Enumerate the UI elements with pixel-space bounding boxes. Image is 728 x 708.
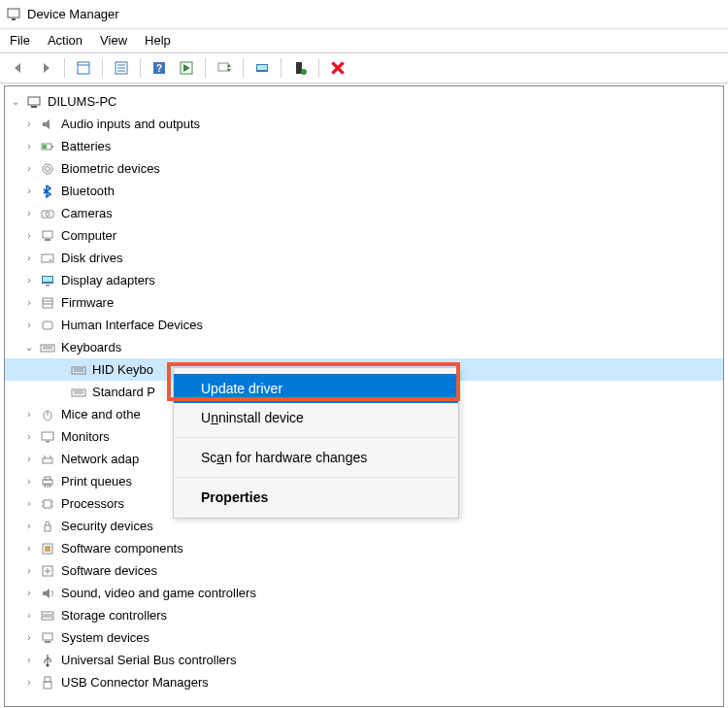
tree-category[interactable]: ›Universal Serial Bus controllers: [5, 649, 723, 671]
category-icon: [40, 295, 55, 311]
expand-icon[interactable]: ›: [22, 118, 36, 129]
expand-icon[interactable]: ›: [22, 677, 36, 688]
menu-view[interactable]: View: [100, 33, 127, 48]
help-button[interactable]: ?: [147, 55, 172, 81]
expand-icon[interactable]: ›: [22, 655, 36, 665]
tree-category[interactable]: ›Storage controllers: [5, 604, 723, 626]
category-label: Network adap: [59, 452, 141, 466]
properties-button[interactable]: [109, 55, 134, 81]
tree-category[interactable]: ›System devices: [5, 626, 723, 649]
tree-category[interactable]: ›Batteries: [5, 135, 723, 157]
forward-button[interactable]: [33, 55, 58, 81]
ctx-properties[interactable]: Properties: [174, 483, 458, 512]
expand-icon[interactable]: ›: [22, 253, 36, 263]
svg-text:?: ?: [156, 63, 162, 74]
tree-category[interactable]: ›Sound, video and game controllers: [5, 582, 723, 604]
tree-category[interactable]: ›Disk drives: [5, 247, 723, 269]
svg-rect-27: [42, 254, 53, 262]
back-button[interactable]: [6, 55, 31, 81]
context-menu: Update driver Unninstall device Scan for…: [173, 367, 459, 519]
app-icon: [6, 7, 21, 22]
category-icon: [40, 318, 55, 333]
category-icon: [40, 251, 55, 266]
expand-icon[interactable]: ›: [22, 141, 36, 152]
svg-rect-25: [43, 231, 52, 238]
expand-icon[interactable]: ›: [22, 275, 36, 286]
action-button[interactable]: [174, 55, 199, 81]
toolbar-sep: [243, 58, 244, 78]
category-label: Bluetooth: [59, 184, 116, 198]
expand-icon[interactable]: ›: [22, 320, 36, 330]
tree-category[interactable]: ›USB Connector Managers: [5, 671, 723, 693]
root-label: DILUMS-PC: [46, 94, 119, 109]
tree-category[interactable]: ›Software devices: [5, 559, 723, 582]
menu-help[interactable]: Help: [145, 33, 171, 48]
category-icon: [40, 184, 55, 199]
svg-rect-26: [45, 239, 50, 241]
category-label: Security devices: [59, 519, 155, 533]
category-label: Universal Serial Bus controllers: [59, 653, 239, 667]
expand-icon[interactable]: ›: [22, 521, 36, 531]
tree-category[interactable]: ›Cameras: [5, 202, 723, 224]
expand-icon[interactable]: ›: [22, 230, 36, 241]
category-label: Cameras: [59, 206, 115, 220]
collapse-icon[interactable]: ⌄: [22, 342, 36, 353]
category-label: Display adapters: [59, 273, 157, 287]
expand-icon[interactable]: ›: [22, 431, 36, 442]
add-hardware-button[interactable]: [287, 55, 313, 81]
svg-rect-70: [44, 682, 51, 689]
category-icon: [40, 228, 55, 244]
category-icon: [40, 563, 55, 579]
scan-hardware-button[interactable]: [249, 55, 275, 81]
ctx-update-driver[interactable]: Update driver: [174, 374, 458, 403]
expand-icon[interactable]: ›: [22, 476, 36, 487]
expand-icon[interactable]: ›: [22, 498, 36, 509]
ctx-separator: [176, 477, 456, 478]
expand-icon[interactable]: ›: [22, 588, 36, 598]
tree-category[interactable]: ›Computer: [5, 224, 723, 247]
category-label: Software components: [59, 541, 185, 556]
expand-icon[interactable]: ›: [22, 185, 36, 196]
expand-icon[interactable]: ›: [22, 632, 36, 643]
tree-category[interactable]: ›Biometric devices: [5, 157, 723, 180]
tree-category[interactable]: ›Bluetooth: [5, 180, 723, 202]
category-icon: [40, 429, 55, 445]
svg-rect-66: [43, 633, 52, 640]
tree-category[interactable]: ›Software components: [5, 537, 723, 559]
svg-rect-17: [31, 106, 37, 108]
tree-category[interactable]: ›Human Interface Devices: [5, 314, 723, 336]
category-label: Monitors: [59, 429, 112, 444]
category-label: Sound, video and game controllers: [59, 586, 258, 600]
expand-icon[interactable]: ›: [22, 543, 36, 554]
window-title: Device Manager: [27, 7, 119, 21]
toolbar: ?: [0, 52, 728, 84]
tree-category[interactable]: ›Audio inputs and outputs: [5, 113, 723, 135]
expand-icon[interactable]: ›: [22, 208, 36, 219]
menu-file[interactable]: File: [10, 33, 30, 48]
device-label: Standard P: [90, 385, 157, 399]
category-icon: [40, 675, 55, 691]
update-driver-button[interactable]: [212, 55, 237, 81]
ctx-uninstall-device[interactable]: Unninstall device: [174, 403, 458, 432]
expand-icon[interactable]: ›: [22, 297, 36, 308]
svg-rect-53: [45, 477, 50, 480]
svg-rect-13: [257, 65, 267, 70]
uninstall-button[interactable]: [325, 55, 350, 81]
tree-category[interactable]: ›Firmware: [5, 291, 723, 314]
svg-rect-35: [43, 321, 52, 329]
ctx-scan-hardware[interactable]: Scan for hardware changes: [174, 443, 458, 472]
expand-icon[interactable]: ›: [22, 565, 36, 576]
expand-icon[interactable]: ›: [22, 409, 36, 420]
tree-category[interactable]: ›Display adapters: [5, 269, 723, 291]
category-label: Processors: [59, 496, 126, 511]
expand-icon[interactable]: ›: [22, 163, 36, 174]
show-hide-console-button[interactable]: [71, 55, 96, 81]
category-label: Mice and othe: [59, 407, 143, 421]
menu-action[interactable]: Action: [48, 33, 83, 48]
category-icon: [40, 496, 55, 512]
expand-icon[interactable]: ⌄: [9, 96, 22, 107]
expand-icon[interactable]: ›: [22, 454, 36, 464]
expand-icon[interactable]: ›: [22, 610, 36, 621]
category-icon: [40, 541, 55, 556]
toolbar-sep: [318, 58, 319, 78]
